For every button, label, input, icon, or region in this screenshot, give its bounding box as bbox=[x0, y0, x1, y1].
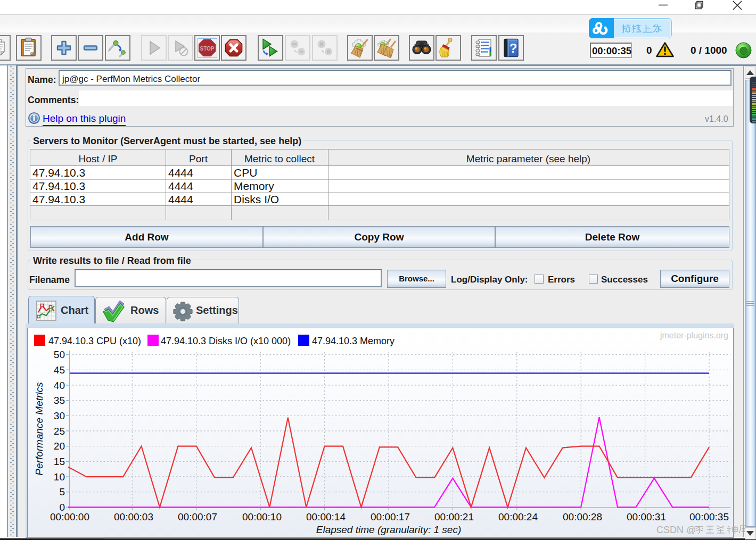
svg-text:40: 40 bbox=[54, 380, 65, 391]
svg-text:00:00:31: 00:00:31 bbox=[627, 511, 666, 522]
svg-text:00:00:35: 00:00:35 bbox=[689, 511, 729, 522]
svg-text:10: 10 bbox=[54, 471, 65, 483]
svg-text:47.94.10.3 Disks I/O (x10 000): 47.94.10.3 Disks I/O (x10 000) bbox=[161, 336, 291, 346]
svg-text:15: 15 bbox=[54, 456, 65, 467]
svg-text:45: 45 bbox=[54, 364, 65, 376]
svg-text:00:00:24: 00:00:24 bbox=[498, 511, 538, 522]
svg-text:47.94.10.3 Memory: 47.94.10.3 Memory bbox=[312, 336, 395, 346]
svg-text:00:00:00: 00:00:00 bbox=[50, 511, 89, 522]
svg-text:25: 25 bbox=[54, 426, 65, 437]
svg-text:Elapsed time (granularity: 1 s: Elapsed time (granularity: 1 sec) bbox=[316, 524, 461, 535]
svg-text:jmeter-plugins.org: jmeter-plugins.org bbox=[660, 331, 728, 340]
svg-text:00:00:14: 00:00:14 bbox=[306, 511, 346, 522]
svg-text:00:00:07: 00:00:07 bbox=[178, 511, 217, 522]
svg-text:20: 20 bbox=[54, 441, 65, 452]
svg-text:5: 5 bbox=[59, 486, 65, 497]
svg-text:00:00:17: 00:00:17 bbox=[371, 511, 410, 522]
svg-text:50: 50 bbox=[54, 349, 65, 360]
svg-text:00:00:03: 00:00:03 bbox=[114, 511, 153, 522]
svg-text:00:00:28: 00:00:28 bbox=[563, 511, 602, 522]
svg-text:30: 30 bbox=[54, 410, 65, 421]
svg-text:35: 35 bbox=[54, 395, 65, 406]
svg-text:00:00:21: 00:00:21 bbox=[434, 511, 474, 522]
svg-text:00:00:10: 00:00:10 bbox=[242, 511, 282, 522]
svg-text:47.94.10.3 CPU (x10): 47.94.10.3 CPU (x10) bbox=[48, 336, 141, 346]
svg-text:Performance Metrics: Performance Metrics bbox=[34, 382, 45, 476]
